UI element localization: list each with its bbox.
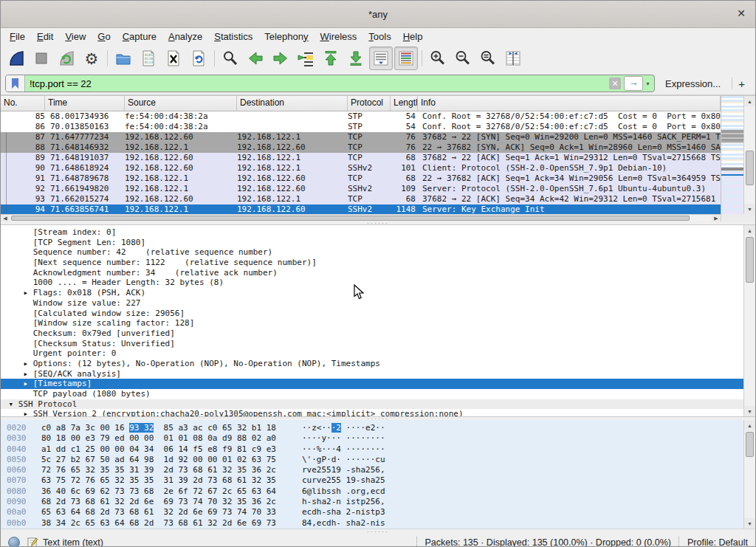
hex-row[interactable]: 0030 80 18 00 e3 79 ed 00 00 01 01 08 0a… [1,433,743,444]
hex-row[interactable]: 0090 68 2d 73 68 61 32 2d 6e 69 73 74 70… [1,497,743,507]
detail-row[interactable]: [TCP Segment Len: 1080] [1,238,743,248]
menu-item[interactable]: Go [92,30,116,44]
packet-row[interactable]: 92 71.661949820 192.168.122.1 192.168.12… [1,184,721,194]
detail-row[interactable]: ▸ [Timestamps] [1,379,743,389]
display-filter-input[interactable]: !tcp.port == 22 ✕ → ▼ [5,75,655,92]
hex-row[interactable]: 0080 36 40 6c 69 62 73 73 68 2e 6f 72 67… [1,486,743,497]
hex-bytes[interactable]: 38 34 2c 65 63 64 68 2d 73 68 61 32 2d 6… [41,518,302,529]
hscroll-track[interactable] [10,215,712,221]
detail-row[interactable]: ▾ SSH Protocol [1,399,743,410]
filter-text[interactable]: !tcp.port == 22 [25,78,609,89]
menu-item[interactable]: Help [397,30,429,44]
hex-row[interactable]: 0040 a1 dd c1 25 00 00 04 34 06 14 f5 e8… [1,444,743,455]
ascii-bytes[interactable]: 6@libssh .org,ecd [302,486,385,497]
expression-button[interactable]: Expression... [665,78,721,89]
scroll-up-arrow[interactable]: ▲ [744,96,755,106]
close-window-button[interactable]: ✕ [737,7,746,19]
find-packet-button[interactable] [219,47,242,70]
hex-row[interactable]: 0050 5c 27 b2 67 50 ad 64 98 1d 92 00 00… [1,455,743,465]
packet-row[interactable]: 85 68.001734936 fe:54:00:d4:38:2a STP 54… [1,111,721,122]
column-header-protocol[interactable]: Protocol [348,96,391,111]
column-header-source[interactable]: Source [125,96,237,111]
menu-item[interactable]: View [59,30,92,44]
capture-comment-icon[interactable] [27,537,38,547]
restart-capture-button[interactable] [55,47,78,70]
hex-row[interactable]: 0020 c0 a8 7a 3c 00 16 93 32 85 a3 ac c0… [1,423,743,433]
ascii-bytes[interactable]: ···%···4 ········ [302,444,385,455]
detail-row[interactable]: Acknowledgment number: 34 (relative ack … [1,268,743,278]
scroll-down-arrow[interactable]: ▼ [744,204,755,214]
column-header-destination[interactable]: Destination [237,96,348,111]
zoom-out-button[interactable] [451,47,475,70]
hex-bytes[interactable]: 63 75 72 76 65 32 35 35 31 39 2d 73 68 6… [41,475,302,486]
go-to-top-button[interactable] [319,47,343,70]
hex-bytes[interactable]: 36 40 6c 69 62 73 73 68 2e 6f 72 67 2c 6… [41,486,302,497]
packet-row[interactable]: 87 71.647777234 192.168.122.60 192.168.1… [1,132,721,142]
resize-columns-button[interactable] [501,47,525,70]
stop-capture-button[interactable] [30,47,53,70]
details-vscrollbar[interactable]: ▲ ▼ [743,225,755,416]
detail-row[interactable]: [Checksum Status: Unverified] [1,339,743,349]
hex-row[interactable]: 0060 72 76 65 32 35 35 31 39 2d 73 68 61… [1,465,743,475]
packet-row[interactable]: 90 71.648618924 192.168.122.60 192.168.1… [1,163,721,173]
start-capture-button[interactable] [4,47,28,70]
menu-item[interactable]: Statistics [208,30,258,44]
filter-apply-button[interactable]: → [624,76,643,91]
packet-list-hscrollbar[interactable]: ◀ ▶ [1,214,721,221]
hex-bytes[interactable]: c0 a8 7a 3c 00 16 93 32 85 a3 ac c0 65 3… [41,423,302,433]
hex-bytes[interactable]: a1 dd c1 25 00 00 04 34 06 14 f5 e8 f9 8… [41,444,302,455]
close-file-button[interactable] [162,47,185,70]
hex-row[interactable]: 00b0 38 34 2c 65 63 64 68 2d 73 68 61 32… [1,518,743,529]
detail-row[interactable]: Checksum: 0x79ed [unverified] [1,328,743,339]
hex-row[interactable]: 0070 63 75 72 76 65 32 35 35 31 39 2d 73… [1,475,743,486]
filter-bookmark-button[interactable] [6,75,25,92]
menu-item[interactable]: Capture [117,30,162,44]
save-file-button[interactable]: 010101100113 [137,47,160,70]
column-header-no[interactable]: No. [1,96,45,111]
filter-dropdown-caret[interactable]: ▼ [645,81,650,86]
scroll-up-arrow[interactable]: ▲ [744,420,755,430]
hex-bytes[interactable]: 72 76 65 32 35 35 31 39 2d 73 68 61 32 3… [41,465,302,475]
profile-status[interactable]: Profile: Default [687,537,748,547]
packet-row[interactable]: 91 71.648789678 192.168.122.1 192.168.12… [1,173,721,184]
packet-row[interactable]: 88 71.648146932 192.168.122.1 192.168.12… [1,142,721,153]
ascii-bytes[interactable]: ····y··· ········ [302,433,385,444]
packet-list-vscrollbar[interactable]: ▲ ▼ [743,96,755,214]
packet-list-header[interactable]: No. Time Source Destination Protocol Len… [1,96,721,111]
detail-row[interactable]: ▸ Flags: 0x018 (PSH, ACK) [1,288,743,298]
add-filter-button[interactable]: + [732,78,751,90]
colorize-button[interactable] [394,47,418,70]
menu-item[interactable]: Wireless [315,30,363,44]
detail-row[interactable]: [Window size scaling factor: 128] [1,318,743,328]
detail-row[interactable]: 1000 .... = Header Length: 32 bytes (8) [1,278,743,288]
scroll-up-arrow[interactable]: ▲ [744,225,755,235]
menu-item[interactable]: Edit [31,30,59,44]
detail-row[interactable]: ▸ SSH Version 2 (encryption:chacha20-pol… [1,409,743,417]
scroll-down-arrow[interactable]: ▼ [744,518,755,529]
capture-options-button[interactable]: ⚙ [80,47,103,70]
hex-row[interactable]: 00a0 65 63 64 68 2d 73 68 61 32 2d 6e 69… [1,507,743,517]
scroll-left-arrow[interactable]: ◀ [1,215,10,221]
detail-row[interactable]: ▸ [SEQ/ACK analysis] [1,369,743,379]
ascii-bytes[interactable]: rve25519 -sha256, [302,465,385,475]
detail-row[interactable]: [Stream index: 0] [1,227,743,238]
go-back-button[interactable] [244,47,267,70]
menu-item[interactable]: Telephony [258,30,314,44]
ascii-bytes[interactable]: h-sha2-n istp256, [302,497,385,507]
go-forward-button[interactable] [269,47,292,70]
ascii-bytes[interactable]: ecdh-sha 2-nistp3 [302,507,385,517]
packet-row[interactable]: 86 70.013850163 fe:54:00:d4:38:2a STP 54… [1,122,721,132]
expert-info-icon[interactable] [8,537,20,547]
reload-file-button[interactable] [187,47,210,70]
detail-row[interactable]: TCP payload (1080 bytes) [1,389,743,399]
hex-bytes[interactable]: 80 18 00 e3 79 ed 00 00 01 01 08 0a d9 8… [41,433,302,444]
filter-clear-button[interactable]: ✕ [609,78,621,89]
scroll-thumb[interactable] [746,237,754,283]
detail-row[interactable]: Urgent pointer: 0 [1,348,743,359]
scroll-right-arrow[interactable]: ▶ [712,215,721,221]
hex-bytes[interactable]: 68 2d 73 68 61 32 2d 6e 69 73 74 70 32 3… [41,497,302,507]
statusbar-splitter[interactable]: ······ [1,529,755,534]
detail-row[interactable]: Window size value: 227 [1,298,743,309]
column-header-time[interactable]: Time [45,96,125,111]
open-file-button[interactable] [111,47,135,70]
